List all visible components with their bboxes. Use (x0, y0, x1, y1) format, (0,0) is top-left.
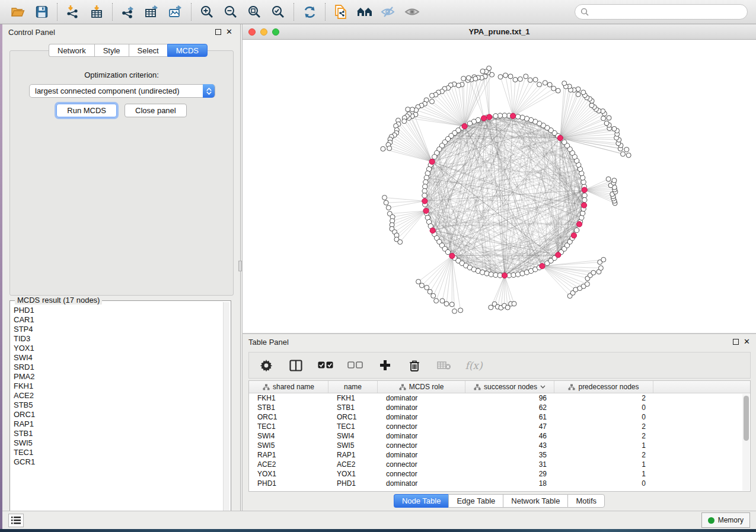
list-item[interactable]: RAP1 (14, 419, 221, 429)
table-row[interactable]: PHD1PHD1dominator180 (249, 479, 750, 488)
table-row[interactable]: FKH1FKH1dominator962 (249, 393, 750, 403)
export-image-icon[interactable] (164, 2, 187, 22)
table-cell: 2 (554, 451, 653, 459)
zoom-selected-icon[interactable] (266, 2, 290, 22)
column-header-name[interactable]: name (328, 381, 378, 393)
add-column-icon[interactable] (377, 358, 393, 373)
zoom-fit-icon[interactable] (243, 2, 266, 22)
list-item[interactable]: STP4 (14, 325, 221, 334)
network-canvas[interactable] (243, 40, 756, 332)
column-header-mcds-role[interactable]: MCDS role (378, 381, 465, 393)
list-item[interactable]: STB1 (14, 429, 221, 438)
column-header-predecessor-nodes[interactable]: predecessor nodes (554, 381, 653, 393)
select-all-icon[interactable] (318, 358, 333, 373)
tab-select[interactable]: Select (129, 44, 167, 57)
tab-mcds[interactable]: MCDS (167, 44, 208, 57)
list-item[interactable]: CAR1 (14, 315, 221, 325)
list-item[interactable]: PMA2 (14, 372, 221, 382)
main-toolbar (0, 0, 756, 24)
scrollbar-thumb[interactable] (744, 396, 749, 441)
control-panel-title: Control Panel (8, 28, 55, 37)
search-box[interactable] (575, 4, 748, 20)
deselect-all-icon[interactable] (347, 358, 363, 373)
delete-column-icon[interactable] (407, 358, 422, 373)
zoom-out-icon[interactable] (219, 2, 243, 22)
close-window-icon[interactable] (248, 28, 256, 36)
mcds-tab-content: Optimization criterion: largest connecte… (9, 50, 234, 296)
table-row[interactable]: RAP1RAP1dominator352 (249, 450, 750, 460)
maximize-window-icon[interactable] (272, 28, 279, 36)
table-cell: 0 (554, 413, 653, 421)
table-row[interactable]: ORC1ORC1dominator610 (249, 412, 750, 422)
network-window-titlebar[interactable]: YPA_prune.txt_1 (243, 24, 756, 40)
tab-network-table[interactable]: Network Table (503, 494, 567, 508)
run-mcds-button[interactable]: Run MCDS (56, 104, 117, 117)
table-scrollbar[interactable] (742, 394, 749, 491)
minimize-window-icon[interactable] (260, 28, 267, 36)
close-panel-button[interactable]: Close panel (125, 104, 187, 117)
import-table-icon[interactable] (85, 2, 109, 22)
task-history-button[interactable] (8, 514, 24, 527)
column-header-shared-name[interactable]: shared name (249, 381, 328, 393)
table-cell: STB1 (249, 403, 328, 412)
list-item[interactable]: YOX1 (14, 344, 221, 353)
table-row[interactable]: YOX1YOX1connector291 (249, 469, 750, 479)
memory-button[interactable]: Memory (701, 512, 750, 528)
table-cell: SWI5 (328, 441, 378, 450)
table-row[interactable]: TEC1TEC1connector472 (249, 422, 750, 431)
hide-selected-icon[interactable] (377, 2, 400, 22)
float-icon[interactable] (733, 339, 739, 345)
close-icon[interactable]: ✕ (226, 29, 232, 35)
table-row[interactable]: SWI4SWI4dominator462 (249, 431, 750, 441)
result-scrollbar[interactable] (223, 302, 229, 519)
table-cell: 0 (554, 403, 653, 412)
list-item[interactable]: ACE2 (14, 391, 221, 400)
table-cell: connector (378, 470, 465, 478)
export-table-icon[interactable] (140, 2, 164, 22)
table-cell: dominator (378, 479, 465, 488)
tab-motifs[interactable]: Motifs (567, 494, 605, 508)
open-session-icon[interactable] (6, 2, 30, 22)
list-item[interactable]: PHD1 (14, 306, 221, 315)
list-item[interactable]: GCR1 (14, 457, 221, 467)
close-icon[interactable]: ✕ (744, 339, 750, 345)
toggle-panel-icon[interactable] (288, 358, 304, 373)
tab-network[interactable]: Network (49, 44, 94, 57)
table-row[interactable]: STB1STB1dominator620 (249, 403, 750, 412)
mcds-result-list[interactable]: PHD1CAR1STP4TID3YOX1SWI4SRD1PMA2FKH1ACE2… (14, 306, 221, 518)
table-cell: RAP1 (328, 451, 378, 459)
duplicate-network-icon[interactable] (329, 2, 353, 22)
list-item[interactable]: SWI5 (14, 438, 221, 448)
list-item[interactable]: SRD1 (14, 363, 221, 372)
list-item[interactable]: ORC1 (14, 410, 221, 419)
list-item[interactable]: SWI4 (14, 353, 221, 363)
import-network-icon[interactable] (61, 2, 85, 22)
refresh-icon[interactable] (298, 2, 321, 22)
list-item[interactable]: TEC1 (14, 448, 221, 457)
table-cell: YOX1 (249, 470, 328, 478)
network-graph[interactable] (243, 40, 756, 332)
search-input[interactable] (589, 8, 742, 16)
list-item[interactable]: TID3 (14, 334, 221, 344)
column-header-successor-nodes[interactable]: successor nodes (465, 381, 554, 393)
table-row[interactable]: ACE2ACE2connector311 (249, 460, 750, 469)
table-row[interactable]: SWI5SWI5connector431 (249, 441, 750, 450)
table-tabs: Node Table Edge Table Network Table Moti… (243, 494, 756, 508)
first-neighbors-icon[interactable] (353, 2, 377, 22)
export-network-icon[interactable] (116, 2, 140, 22)
float-icon[interactable] (215, 29, 221, 35)
table-settings-icon[interactable] (259, 358, 274, 373)
tab-style[interactable]: Style (94, 44, 129, 57)
toolbar-separator (57, 3, 58, 21)
show-all-icon[interactable] (400, 2, 424, 22)
mcds-result-box: MCDS result (17 nodes) PHD1CAR1STP4TID3Y… (9, 300, 231, 521)
table-cell: 2 (554, 422, 653, 431)
list-item[interactable]: STB5 (14, 400, 221, 410)
tab-node-table[interactable]: Node Table (394, 494, 449, 508)
table-cell: connector (378, 422, 465, 431)
save-session-icon[interactable] (30, 2, 53, 22)
list-item[interactable]: FKH1 (14, 382, 221, 391)
criterion-select[interactable]: largest connected component (undirected) (29, 84, 215, 98)
zoom-in-icon[interactable] (195, 2, 219, 22)
tab-edge-table[interactable]: Edge Table (448, 494, 503, 508)
